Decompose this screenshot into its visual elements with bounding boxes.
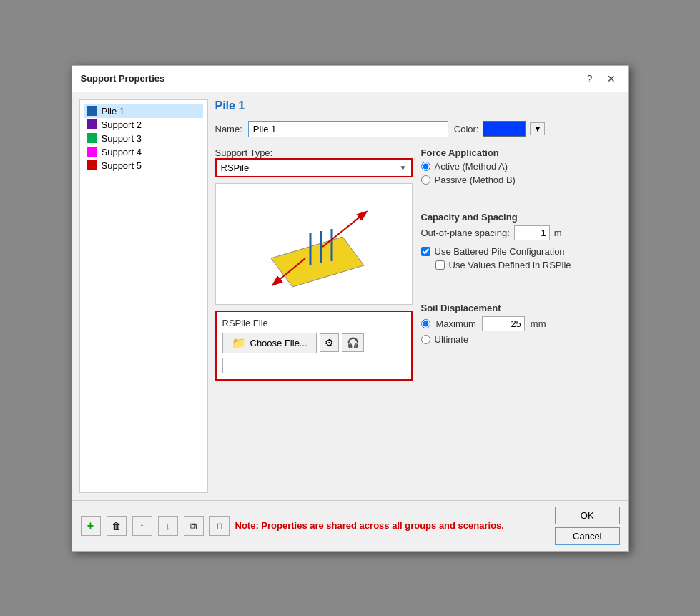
ok-button[interactable]: OK <box>555 507 619 524</box>
color-dropdown-btn[interactable]: ▼ <box>530 122 545 135</box>
support-item-2[interactable]: Support 2 <box>84 118 203 132</box>
left-column: Support Type: RSPile Anchor Nail <box>215 147 413 381</box>
add-icon: + <box>87 519 94 532</box>
delete-icon: 🗑 <box>112 521 121 532</box>
ok-cancel-buttons: OK Cancel <box>555 507 619 545</box>
oop-input[interactable] <box>514 225 550 240</box>
color-indicator-4 <box>87 147 97 157</box>
cancel-button[interactable]: Cancel <box>555 527 619 545</box>
radio-passive: Passive (Method B) <box>421 175 621 185</box>
passive-radio[interactable] <box>421 175 430 185</box>
pile-heading: Pile 1 <box>215 99 621 112</box>
maximum-label: Maximum <box>436 318 476 329</box>
support-type-label: Support Type: <box>215 147 413 158</box>
separator-1 <box>421 200 621 200</box>
values-rspile-checkbox[interactable] <box>435 260 445 270</box>
copy-button[interactable]: ⧉ <box>184 516 204 536</box>
folder-icon: 📁 <box>232 336 246 350</box>
maximum-row: Maximum mm <box>421 316 621 331</box>
support-properties-dialog: Support Properties ? ✕ Pile 1 Support 2 … <box>72 65 629 552</box>
filter-button[interactable]: ⊓ <box>209 516 230 536</box>
ultimate-row: Ultimate <box>421 334 621 345</box>
add-button[interactable]: + <box>81 516 101 536</box>
oop-spacing-row: Out-of-plane spacing: m <box>421 225 621 240</box>
name-color-row: Name: Color: ▼ <box>215 121 621 137</box>
support-item-pile1[interactable]: Pile 1 <box>84 104 203 118</box>
oop-unit: m <box>554 228 562 238</box>
soil-displacement-section: Soil Displacement Maximum mm Ultimate <box>421 303 621 348</box>
support-type-select[interactable]: RSPile Anchor Nail <box>215 158 413 177</box>
values-checkbox-row: Use Values Defined in RSPile <box>421 260 621 270</box>
file-path-input[interactable] <box>222 358 405 373</box>
battered-checkbox[interactable] <box>421 247 430 256</box>
capacity-spacing-title: Capacity and Spacing <box>421 212 621 223</box>
support-label-4: Support 4 <box>102 147 142 157</box>
title-bar-controls: ? ✕ <box>583 72 620 86</box>
battered-label: Use Battered Pile Configuration <box>435 246 565 257</box>
values-rspile-label: Use Values Defined in RSPile <box>449 260 571 270</box>
support-type-section: Support Type: RSPile Anchor Nail <box>215 147 413 177</box>
two-col-layout: Support Type: RSPile Anchor Nail <box>215 147 621 381</box>
svg-marker-0 <box>271 237 364 287</box>
force-application-title: Force Application <box>421 147 621 158</box>
ultimate-radio[interactable] <box>421 335 430 344</box>
rspile-file-box: RSPile File 📁 Choose File... ⚙ 🎧 <box>215 311 413 381</box>
rspile-file-row: 📁 Choose File... ⚙ 🎧 <box>222 333 405 353</box>
delete-button[interactable]: 🗑 <box>107 516 127 536</box>
headphones-icon-btn[interactable]: 🎧 <box>342 333 364 352</box>
maximum-unit: mm <box>531 318 546 329</box>
maximum-input[interactable] <box>482 316 525 331</box>
choose-file-label: Choose File... <box>250 338 307 348</box>
support-item-5[interactable]: Support 5 <box>84 159 203 172</box>
color-swatch[interactable] <box>483 121 526 137</box>
color-indicator-pile1 <box>87 106 97 116</box>
bottom-bar: + 🗑 ↑ ↓ ⧉ ⊓ Note: Properties are shared … <box>72 500 628 551</box>
note-text: Note: Properties are shared across all g… <box>235 520 550 531</box>
color-section: Color: ▼ <box>454 121 546 137</box>
up-arrow-icon: ↑ <box>139 521 144 532</box>
name-input[interactable] <box>248 121 448 137</box>
active-label: Active (Method A) <box>435 161 508 172</box>
filter-icon: ⊓ <box>216 521 223 532</box>
move-up-button[interactable]: ↑ <box>132 516 152 536</box>
choose-file-button[interactable]: 📁 Choose File... <box>222 333 317 353</box>
title-bar: Support Properties ? ✕ <box>72 66 628 92</box>
color-label: Color: <box>454 124 479 135</box>
radio-active: Active (Method A) <box>421 161 621 172</box>
dialog-body: Pile 1 Support 2 Support 3 Support 4 Sup… <box>72 92 628 500</box>
color-indicator-5 <box>87 160 97 170</box>
main-panel: Pile 1 Name: Color: ▼ Support Type: <box>215 99 621 493</box>
name-label: Name: <box>215 124 242 135</box>
capacity-spacing-section: Capacity and Spacing Out-of-plane spacin… <box>421 212 621 273</box>
color-indicator-3 <box>87 133 97 143</box>
support-label-2: Support 2 <box>102 119 142 130</box>
color-indicator-2 <box>87 119 97 129</box>
pile-diagram-svg <box>250 194 378 294</box>
active-radio[interactable] <box>421 162 430 171</box>
move-down-button[interactable]: ↓ <box>158 516 178 536</box>
down-arrow-icon: ↓ <box>165 521 170 532</box>
help-button[interactable]: ? <box>583 72 597 86</box>
support-list: Pile 1 Support 2 Support 3 Support 4 Sup… <box>79 99 208 493</box>
force-application-section: Force Application Active (Method A) Pass… <box>421 147 621 188</box>
maximum-radio[interactable] <box>421 319 430 328</box>
rspile-file-title: RSPile File <box>222 318 405 328</box>
ultimate-label: Ultimate <box>435 334 469 345</box>
support-item-3[interactable]: Support 3 <box>84 132 203 145</box>
passive-label: Passive (Method B) <box>435 175 516 185</box>
oop-label: Out-of-plane spacing: <box>421 228 510 238</box>
settings-icon-btn[interactable]: ⚙ <box>320 333 339 352</box>
support-label-3: Support 3 <box>102 133 142 144</box>
soil-displacement-title: Soil Displacement <box>421 303 621 313</box>
support-item-4[interactable]: Support 4 <box>84 145 203 159</box>
support-type-wrapper: RSPile Anchor Nail <box>215 158 413 177</box>
support-label-5: Support 5 <box>102 160 142 171</box>
battered-checkbox-row: Use Battered Pile Configuration <box>421 246 621 257</box>
support-label-pile1: Pile 1 <box>102 106 125 117</box>
copy-icon: ⧉ <box>190 521 197 532</box>
pile-diagram <box>215 183 413 305</box>
right-column: Force Application Active (Method A) Pass… <box>421 147 621 381</box>
dialog-title: Support Properties <box>81 73 165 84</box>
close-button[interactable]: ✕ <box>603 72 620 86</box>
separator-2 <box>421 285 621 285</box>
